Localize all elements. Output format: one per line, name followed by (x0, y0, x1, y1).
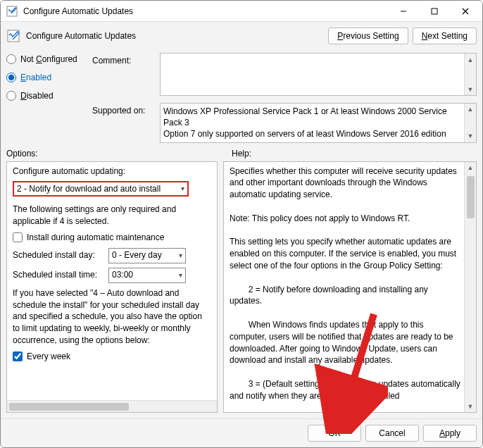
sched-time-label: Scheduled install time: (13, 269, 104, 281)
sched-time-row: Scheduled install time: 03:00 ▾ (13, 268, 211, 283)
config-updating-value: 2 - Notify for download and auto install (17, 183, 161, 195)
comment-row: Comment: ▲ ▼ (92, 53, 477, 96)
pane-labels-row: Options: Help: (6, 149, 477, 158)
chevron-down-icon: ▾ (179, 270, 182, 280)
config-updating-label: Configure automatic updating: (13, 166, 211, 178)
supported-on-text: Windows XP Professional Service Pack 1 o… (163, 106, 447, 139)
dialog-footer: OK Cancel Apply (1, 418, 482, 447)
window-title: Configure Automatic Updates (23, 6, 388, 16)
options-note: The following settings are only required… (13, 204, 211, 228)
sched-time-value: 03:00 (112, 269, 133, 281)
scroll-down-icon: ▼ (465, 400, 476, 412)
policy-title: Configure Automatic Updates (26, 31, 322, 41)
options-content[interactable]: Configure automatic updating: 2 - Notify… (7, 162, 217, 400)
dialog-content: Configure Automatic Updates Previous Set… (1, 22, 482, 418)
comment-box: ▲ ▼ (160, 53, 477, 96)
supported-on-box: Windows XP Professional Service Pack 1 o… (160, 103, 477, 143)
svg-rect-2 (432, 8, 437, 14)
supported-row: Supported on: Windows XP Professional Se… (92, 103, 477, 143)
every-week-checkbox[interactable] (13, 351, 23, 361)
comment-textarea[interactable] (161, 54, 464, 93)
next-setting-button[interactable]: Next Setting (413, 27, 477, 44)
options-paragraph: If you have selected "4 – Auto download … (13, 287, 211, 347)
radio-enabled-input[interactable] (6, 73, 16, 82)
scrollbar-thumb[interactable] (9, 403, 129, 411)
help-content[interactable]: Specifies whether this computer will rec… (224, 162, 476, 412)
help-vscrollbar[interactable]: ▲ ▼ (464, 162, 476, 412)
options-hscrollbar[interactable] (7, 400, 217, 412)
policy-icon (6, 29, 20, 43)
help-p5: When Windows finds updates that apply to… (230, 319, 460, 366)
supported-label: Supported on: (92, 103, 156, 116)
scrollbar-thumb[interactable] (467, 176, 475, 218)
help-p4: 2 = Notify before downloading and instal… (230, 284, 460, 308)
chevron-down-icon: ▾ (181, 184, 184, 194)
app-icon (6, 6, 18, 17)
apply-button[interactable]: Apply (423, 425, 477, 442)
scroll-down-icon: ▼ (465, 83, 476, 95)
chevron-down-icon: ▾ (179, 251, 182, 261)
every-week-row: Every week (13, 351, 211, 363)
maximize-button[interactable] (419, 1, 450, 22)
install-maint-checkbox[interactable] (13, 232, 23, 242)
radio-disabled-input[interactable] (6, 91, 16, 101)
help-p2: Note: This policy does not apply to Wind… (230, 213, 460, 225)
options-label: Options: (6, 149, 218, 158)
help-pane: Specifies whether this computer will rec… (223, 161, 477, 413)
radio-not-configured[interactable]: Not Configured (6, 54, 84, 64)
scroll-up-icon: ▲ (465, 104, 476, 116)
install-maint-label: Install during automatic maintenance (27, 232, 164, 244)
comment-label: Comment: (92, 53, 156, 66)
supported-scrollbar[interactable]: ▲ ▼ (464, 104, 476, 142)
sched-day-dropdown[interactable]: 0 - Every day ▾ (108, 248, 186, 263)
sched-day-value: 0 - Every day (112, 249, 162, 261)
close-button[interactable] (450, 1, 481, 22)
panes-row: Configure automatic updating: 2 - Notify… (6, 161, 477, 413)
help-p3: This setting lets you specify whether au… (230, 236, 460, 271)
header-row: Configure Automatic Updates Previous Set… (6, 27, 477, 44)
minimize-button[interactable] (388, 1, 419, 22)
scroll-down-icon: ▼ (465, 130, 476, 142)
cancel-button[interactable]: Cancel (365, 425, 419, 442)
ok-button[interactable]: OK (308, 425, 361, 442)
config-updating-dropdown[interactable]: 2 - Notify for download and auto install… (13, 181, 189, 197)
radio-enabled[interactable]: Enabled (6, 73, 84, 82)
sched-day-label: Scheduled install day: (13, 249, 104, 261)
radio-disabled[interactable]: Disabled (6, 91, 84, 101)
gpedit-dialog: Configure Automatic Updates Configure Au… (0, 0, 483, 448)
state-radiogroup: Not Configured Enabled Disabled (6, 53, 84, 101)
options-pane: Configure automatic updating: 2 - Notify… (6, 161, 218, 413)
previous-setting-button[interactable]: Previous Setting (328, 27, 408, 44)
help-p6: 3 = (Default setting) Download the updat… (230, 378, 460, 402)
install-maint-row: Install during automatic maintenance (13, 232, 211, 244)
config-row: Not Configured Enabled Disabled Comment:… (6, 53, 477, 143)
fields-column: Comment: ▲ ▼ Supported on: Windows XP Pr… (92, 53, 477, 143)
nav-buttons: Previous Setting Next Setting (328, 27, 477, 44)
help-p1: Specifies whether this computer will rec… (230, 166, 460, 201)
titlebar: Configure Automatic Updates (1, 1, 482, 22)
comment-scrollbar[interactable]: ▲ ▼ (464, 54, 476, 95)
scroll-up-icon: ▲ (465, 54, 476, 66)
every-week-label: Every week (27, 351, 70, 363)
sched-time-dropdown[interactable]: 03:00 ▾ (108, 268, 186, 283)
radio-not-configured-input[interactable] (6, 54, 16, 64)
help-label: Help: (232, 149, 251, 158)
sched-day-row: Scheduled install day: 0 - Every day ▾ (13, 248, 211, 263)
window-buttons (388, 1, 481, 22)
scroll-up-icon: ▲ (465, 162, 476, 174)
